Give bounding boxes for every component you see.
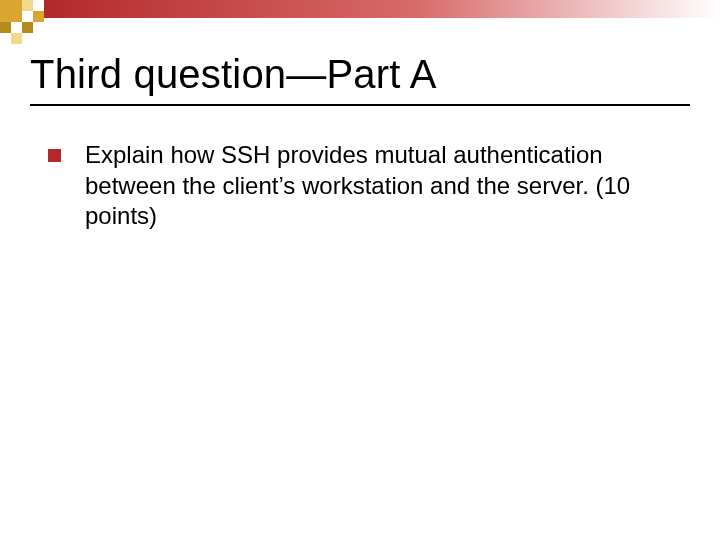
bullet-text: Explain how SSH provides mutual authenti… (85, 140, 645, 232)
svg-rect-5 (0, 22, 11, 33)
slide-title: Third question—Part A (30, 52, 690, 96)
slide: Third question—Part A Explain how SSH pr… (0, 0, 720, 540)
svg-rect-0 (0, 0, 22, 22)
svg-rect-1 (22, 0, 33, 11)
bullet-item: Explain how SSH provides mutual authenti… (48, 140, 672, 232)
svg-rect-4 (11, 33, 22, 44)
slide-body: Explain how SSH provides mutual authenti… (48, 140, 672, 232)
square-bullet-icon (48, 149, 61, 162)
decorative-top-stripe (44, 0, 720, 18)
svg-rect-3 (22, 22, 33, 33)
title-underline (30, 104, 690, 106)
corner-logo-icon (0, 0, 44, 44)
svg-rect-2 (33, 11, 44, 22)
